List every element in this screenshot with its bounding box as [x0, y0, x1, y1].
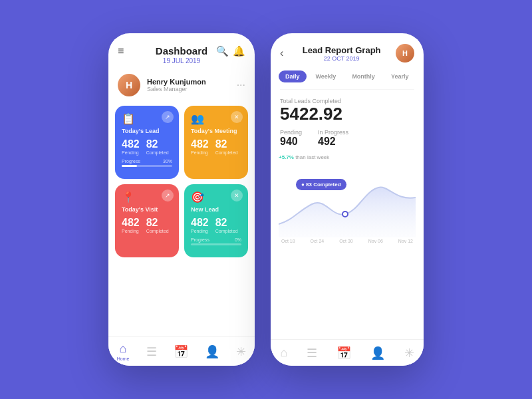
x-label-4: Nov 06	[368, 239, 383, 243]
filter-tabs: Daily Weekly Monthly Yearly	[271, 66, 424, 86]
report-phone: ‹ Lead Report Graph 22 OCT 2019 H Daily …	[271, 33, 424, 366]
home-label: Home	[117, 356, 130, 361]
todays-visit-card[interactable]: 📍 ↗ Today's Visit 482 Pending 82 Complet…	[115, 184, 179, 257]
todays-lead-stats: 482 Pending 82 Completed	[122, 138, 172, 155]
x-label-3: Oct 30	[339, 239, 353, 243]
todays-meeting-stats: 482 Pending 82 Completed	[191, 138, 241, 155]
graph-area: +5.7% than last week ● 83 Completed	[271, 150, 424, 243]
avatar: H	[118, 74, 140, 96]
left-header: ≡ Dashboard 19 JUL 2019 🔍 🔔	[108, 33, 255, 68]
right-nav-calendar[interactable]: 📅	[336, 346, 351, 360]
dashboard-date: 19 JUL 2019	[119, 57, 244, 65]
dashboard-phone: ≡ Dashboard 19 JUL 2019 🔍 🔔 H Henry Kunj…	[108, 33, 255, 366]
total-leads-value: 5422.92	[280, 104, 414, 124]
todays-lead-title: Today's Lead	[122, 128, 172, 134]
right-docs-icon: ☰	[307, 346, 317, 360]
pending-stat: Pending 940	[280, 129, 302, 148]
right-calendar-icon: 📅	[336, 346, 351, 360]
lead-pending-num: 482	[122, 138, 140, 150]
right-nav-docs[interactable]: ☰	[307, 346, 317, 360]
new-lead-stats: 482 Pending 82 Completed	[191, 217, 241, 233]
nav-settings[interactable]: ✳	[236, 344, 246, 359]
graph-container: ● 83 Completed	[279, 164, 416, 237]
bell-icon[interactable]: 🔔	[233, 45, 245, 57]
new-lead-progress-bg	[191, 243, 241, 245]
stats-section: Total Leads Completed 5422.92 Pending 94…	[271, 92, 424, 150]
lead-graph-svg	[279, 164, 416, 237]
right-nav-settings[interactable]: ✳	[404, 346, 414, 360]
meeting-completed-label: Completed	[215, 150, 238, 155]
home-icon: ⌂	[120, 342, 127, 356]
inprogress-value: 492	[318, 136, 348, 148]
tab-daily[interactable]: Daily	[279, 70, 307, 82]
lead-progress-bg	[122, 165, 172, 167]
report-title: Lead Report Graph	[287, 45, 396, 55]
lead-completed-label: Completed	[146, 150, 169, 155]
nav-home[interactable]: ⌂ Home	[117, 342, 130, 361]
lead-pending-label: Pending	[122, 150, 140, 155]
meeting-card-x: ✕	[231, 111, 243, 123]
x-label-5: Nov 12	[398, 239, 413, 243]
cards-grid: 📋 ↗ Today's Lead 482 Pending 82 Complete…	[108, 102, 255, 261]
new-lead-completed-num: 82	[215, 217, 238, 229]
nav-team[interactable]: 👤	[205, 344, 219, 359]
tab-monthly[interactable]: Monthly	[345, 70, 382, 82]
settings-icon: ✳	[236, 344, 246, 359]
team-icon: 👤	[205, 344, 219, 359]
right-header: ‹ Lead Report Graph 22 OCT 2019 H	[271, 33, 424, 66]
todays-meeting-card[interactable]: 👥 ✕ Today's Meeting 482 Pending 82 Compl…	[184, 106, 248, 179]
new-lead-pending-num: 482	[191, 217, 209, 229]
visit-pending-num: 482	[122, 217, 140, 229]
growth-context: than last week	[295, 154, 329, 160]
menu-icon[interactable]: ≡	[118, 45, 124, 57]
new-lead-progress-row: Progress 0%	[191, 237, 241, 242]
right-bottom-nav: ⌂ ☰ 📅 👤 ✳	[271, 339, 424, 366]
todays-lead-card[interactable]: 📋 ↗ Today's Lead 482 Pending 82 Complete…	[115, 106, 179, 179]
profile-row: H Henry Kunjumon Sales Manager ···	[108, 68, 255, 102]
lead-progress-label: Progress	[122, 159, 140, 164]
search-icon[interactable]: 🔍	[216, 45, 229, 57]
new-lead-progress-pct: 0%	[235, 237, 241, 242]
user-role: Sales Manager	[147, 86, 206, 92]
nav-calendar[interactable]: 📅	[174, 344, 188, 359]
meeting-completed-num: 82	[215, 138, 238, 150]
todays-meeting-title: Today's Meeting	[191, 128, 241, 134]
nav-docs[interactable]: ☰	[146, 344, 157, 359]
right-team-icon: 👤	[370, 346, 385, 360]
left-bottom-nav: ⌂ Home ☰ 📅 👤 ✳	[108, 336, 255, 366]
right-nav-home[interactable]: ⌂	[280, 346, 287, 360]
lead-completed-num: 82	[146, 138, 169, 150]
docs-icon: ☰	[146, 344, 157, 359]
todays-visit-title: Today's Visit	[122, 206, 172, 213]
visit-completed-num: 82	[146, 217, 169, 229]
graph-dot	[342, 211, 348, 217]
lead-card-arrow: ↗	[162, 111, 174, 123]
x-label-1: Oct 18	[281, 239, 295, 243]
new-lead-card-x: ✕	[231, 190, 243, 201]
x-axis-labels: Oct 18 Oct 24 Oct 30 Nov 06 Nov 12	[279, 237, 416, 243]
new-lead-completed-label: Completed	[215, 229, 238, 233]
report-avatar: H	[396, 44, 414, 63]
back-button[interactable]: ‹	[280, 47, 283, 59]
right-nav-team[interactable]: 👤	[370, 346, 385, 360]
tab-yearly[interactable]: Yearly	[384, 70, 416, 82]
report-date: 22 OCT 2019	[287, 55, 396, 62]
visit-pending-label: Pending	[122, 229, 140, 233]
meeting-pending-label: Pending	[191, 150, 209, 155]
profile-info: Henry Kunjumon Sales Manager	[147, 78, 206, 92]
lead-progress-pct: 30%	[163, 159, 172, 164]
growth-indicator: +5.7% than last week	[279, 154, 416, 160]
calendar-icon: 📅	[174, 344, 188, 359]
pending-label: Pending	[280, 129, 302, 136]
more-options-icon[interactable]: ···	[237, 79, 245, 91]
new-lead-card[interactable]: 🎯 ✕ New Lead 482 Pending 82 Completed Pr…	[184, 184, 248, 257]
pending-value: 940	[280, 136, 302, 148]
header-icons: 🔍 🔔	[216, 45, 245, 57]
completed-badge: ● 83 Completed	[296, 179, 346, 190]
right-settings-icon: ✳	[404, 346, 414, 360]
tab-weekly[interactable]: Weekly	[309, 70, 343, 82]
todays-visit-stats: 482 Pending 82 Completed	[122, 217, 172, 233]
x-label-2: Oct 24	[311, 239, 325, 243]
lead-progress-row: Progress 30%	[122, 159, 172, 164]
visit-card-arrow: ↗	[162, 190, 174, 201]
